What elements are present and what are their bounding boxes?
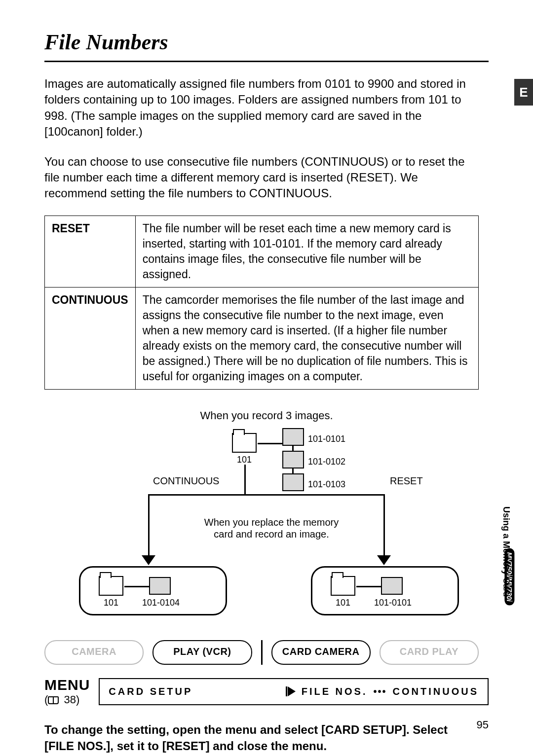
- language-tab: E: [514, 79, 533, 106]
- options-table: RESET The file number will be reset each…: [44, 216, 479, 390]
- menu-path-box: CARD SETUP FILE NOS.•••CONTINUOUS: [99, 678, 489, 705]
- mode-camera: CAMERA: [44, 640, 144, 665]
- folder-label: 101: [99, 598, 123, 608]
- file-label: 101-0101: [374, 598, 412, 608]
- option-reset-label: RESET: [45, 216, 136, 287]
- folder-label: 101: [331, 598, 355, 608]
- connector-line: [383, 494, 385, 556]
- menu-arrow-icon: [288, 686, 296, 696]
- file-label: 101-0104: [142, 598, 180, 608]
- instruction-text: To change the setting, open the menu and…: [44, 722, 479, 754]
- arrow-down-icon: [377, 555, 391, 565]
- reset-label: RESET: [390, 475, 423, 487]
- title-rule: [44, 61, 489, 62]
- connector-line: [124, 586, 149, 587]
- connector-line: [292, 468, 294, 473]
- menu-nav-row: MENU ( 38) CARD SETUP FILE NOS.•••CONTIN…: [44, 677, 489, 706]
- section-side-label-rest: Card: [501, 577, 511, 597]
- file-label: 101-0101: [308, 434, 345, 444]
- menu-path-value: CONTINUOUS: [393, 686, 479, 697]
- file-label: 101-0103: [308, 479, 345, 490]
- manual-page: E File Numbers Images are automatically …: [0, 0, 533, 756]
- menu-label-block: MENU ( 38): [44, 677, 90, 706]
- mode-card-camera: CARD CAMERA: [271, 640, 371, 665]
- file-label: 101-0102: [308, 457, 345, 467]
- file-icon: [282, 428, 304, 446]
- connector-line: [292, 446, 294, 451]
- menu-label: MENU: [44, 677, 90, 693]
- diagram-caption-mid: When you replace the memory: [192, 517, 350, 528]
- folder-icon: [232, 433, 257, 453]
- connector-line: [258, 443, 282, 444]
- continuous-label: CONTINUOUS: [153, 475, 219, 487]
- menu-page-ref: ( 38): [44, 693, 90, 706]
- folder-icon: [99, 576, 123, 596]
- arrow-down-icon: [142, 555, 155, 565]
- connector-line: [148, 494, 385, 496]
- option-continuous-desc: The camcorder memorises the file number …: [135, 287, 478, 389]
- folder-label: 101: [232, 455, 257, 465]
- intro-paragraph-2: You can choose to use consecutive file n…: [44, 154, 474, 202]
- file-number-diagram: 101 101-0101 101-0102 101-0103 CONTINUOU…: [89, 428, 444, 625]
- menu-dots: •••: [374, 686, 387, 697]
- connector-line: [244, 465, 246, 494]
- menu-ref-number: 38: [64, 693, 76, 706]
- option-continuous-label: CONTINUOUS: [45, 287, 136, 389]
- file-icon: [381, 577, 403, 595]
- page-number: 95: [477, 719, 489, 731]
- option-reset-desc: The file number will be reset each time …: [135, 216, 478, 287]
- diagram-caption-top: When you record 3 images.: [44, 409, 489, 422]
- book-icon: [48, 696, 59, 704]
- mode-play-vcr: PLAY (VCR): [152, 640, 252, 665]
- table-row: RESET The file number will be reset each…: [45, 216, 479, 287]
- table-row: CONTINUOUS The camcorder memorises the f…: [45, 287, 479, 389]
- mode-selector-row: CAMERA PLAY (VCR) CARD CAMERA CARD PLAY: [44, 640, 479, 665]
- mode-card-play: CARD PLAY: [380, 640, 479, 665]
- section-side-label-bold: Using a Memory: [501, 506, 511, 577]
- menu-path-left: CARD SETUP: [109, 686, 192, 697]
- mode-divider: [261, 640, 263, 665]
- connector-line: [148, 494, 150, 556]
- file-icon: [282, 473, 304, 491]
- page-title: File Numbers: [44, 30, 489, 55]
- diagram-caption-mid: card and record an image.: [192, 529, 350, 540]
- connector-line: [356, 586, 381, 587]
- file-icon: [282, 451, 304, 468]
- section-side-label: Using a Memory Card: [501, 506, 511, 597]
- intro-paragraph-1: Images are automatically assigned file n…: [44, 76, 474, 140]
- menu-path-key: FILE NOS.: [302, 686, 368, 697]
- file-icon: [149, 577, 171, 595]
- folder-icon: [331, 576, 355, 596]
